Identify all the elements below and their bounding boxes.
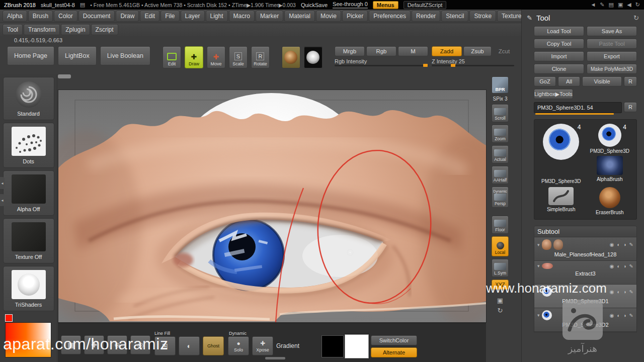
z-intensity-handle[interactable] bbox=[451, 64, 455, 67]
actual-button[interactable]: Actual bbox=[492, 145, 509, 163]
copy-ui-icon[interactable]: ▤ bbox=[609, 2, 614, 8]
subtool-row[interactable]: ▾ ◉ ◐ ◑ ✎ Male_PlanesofHead_128 bbox=[534, 237, 636, 261]
menu-document[interactable]: Document bbox=[78, 11, 115, 22]
chevron-down-icon[interactable]: ▾ bbox=[537, 242, 540, 247]
menu-zplugin[interactable]: Zplugin bbox=[61, 24, 90, 35]
subtool-header[interactable]: Subtool bbox=[534, 226, 637, 237]
quicksave-button[interactable]: QuickSave bbox=[301, 2, 328, 8]
zadd-button[interactable]: Zadd bbox=[432, 46, 462, 56]
copy-tool-button[interactable]: Copy Tool bbox=[534, 39, 584, 49]
menu-transform[interactable]: Transform bbox=[24, 24, 60, 35]
menu-picker[interactable]: Picker bbox=[342, 11, 368, 22]
menu-color[interactable]: Color bbox=[54, 11, 77, 22]
import-button[interactable]: Import bbox=[534, 51, 584, 61]
menu-layer[interactable]: Layer bbox=[181, 11, 205, 22]
visibility-eye-icon[interactable]: ◉ bbox=[610, 242, 614, 247]
material-preview-button[interactable] bbox=[304, 46, 323, 68]
recent-tool-thumb[interactable]: 4 PM3D_Sphere3D bbox=[590, 124, 629, 154]
polypaint-icon[interactable]: ◐ bbox=[617, 263, 620, 269]
edit-mode-button[interactable]: Edit bbox=[163, 46, 181, 68]
back-icon[interactable]: ◀ bbox=[627, 2, 631, 8]
lightbox-button[interactable]: LightBox bbox=[58, 46, 97, 65]
menu-zscript[interactable]: Zscript bbox=[91, 24, 118, 35]
reload-icon[interactable]: ↻ bbox=[635, 2, 640, 8]
menu-stroke[interactable]: Stroke bbox=[469, 11, 496, 22]
menu-alpha[interactable]: Alpha bbox=[3, 11, 27, 22]
rgb-button[interactable]: Rgb bbox=[366, 46, 396, 56]
z-intensity-slider[interactable]: Z Intensity 25 bbox=[432, 58, 514, 66]
lightbox-tools-button[interactable]: Lightbox▶Tools bbox=[534, 89, 573, 99]
menu-render[interactable]: Render bbox=[412, 11, 440, 22]
rotate-mode-button[interactable]: R Rotate bbox=[251, 46, 270, 68]
menus-toggle-button[interactable]: Menus bbox=[373, 1, 398, 9]
default-zscript-button[interactable]: DefaultZScript bbox=[404, 1, 447, 9]
menu-file[interactable]: File bbox=[160, 11, 179, 22]
active-tool-slider[interactable]: PM3D_Sphere3D1. 54 bbox=[534, 102, 622, 113]
visibility-eye-icon[interactable]: ◉ bbox=[610, 289, 614, 295]
gradient-black-swatch[interactable] bbox=[321, 335, 344, 357]
menu-preferences[interactable]: Preferences bbox=[369, 11, 411, 22]
see-through-slider[interactable]: See-through 0 bbox=[333, 1, 368, 9]
mrgb-button[interactable]: Mrgb bbox=[335, 46, 365, 56]
eraserbrush-thumb[interactable]: EraserBrush bbox=[587, 187, 633, 215]
refresh-icon[interactable]: ↻ bbox=[633, 14, 639, 22]
alphabrush-thumb[interactable]: AlphaBrush bbox=[597, 156, 623, 182]
polypaint-icon[interactable]: ◐ bbox=[617, 289, 620, 295]
current-material-button[interactable] bbox=[282, 46, 300, 68]
alternate-button[interactable]: Alternate bbox=[371, 347, 417, 357]
collapse-arrow-top[interactable]: ◂ bbox=[0, 177, 5, 189]
screen-icon[interactable]: ▣ bbox=[618, 2, 623, 8]
menu-brush[interactable]: Brush bbox=[28, 11, 53, 22]
edit-pen-icon[interactable]: ✎ bbox=[629, 289, 633, 295]
local-button[interactable]: Local bbox=[492, 236, 509, 256]
memory-icon[interactable]: ▤ bbox=[80, 2, 85, 8]
chevron-down-icon[interactable]: ▾ bbox=[537, 313, 540, 318]
texture-selector[interactable]: Texture Off bbox=[3, 218, 54, 263]
stroke-selector[interactable]: Dots bbox=[3, 123, 54, 168]
menu-macro[interactable]: Macro bbox=[229, 11, 255, 22]
mask-icon[interactable]: ◑ bbox=[623, 263, 626, 269]
rgb-intensity-handle[interactable] bbox=[423, 64, 428, 67]
goz-all-button[interactable]: All bbox=[558, 76, 580, 86]
pencil-icon[interactable]: ✎ bbox=[600, 2, 604, 8]
transparency-button[interactable]: ◐ bbox=[179, 336, 200, 355]
brush-selector[interactable]: Standard bbox=[3, 77, 54, 120]
spix-slider[interactable]: SPix 3 bbox=[493, 96, 508, 102]
edit-pen-icon[interactable]: ✎ bbox=[629, 313, 633, 318]
reset-view-icon[interactable]: ↻ bbox=[498, 307, 503, 314]
goz-visible-button[interactable]: Visible bbox=[582, 76, 622, 86]
mask-icon[interactable]: ◑ bbox=[623, 289, 626, 295]
home-page-button[interactable]: Home Page bbox=[7, 46, 54, 65]
speaker-icon[interactable]: ◄ bbox=[590, 2, 596, 8]
load-tool-button[interactable]: Load Tool bbox=[534, 26, 584, 36]
xpose-button[interactable]: ✚Xpose bbox=[252, 336, 273, 355]
solo-button[interactable]: ●Solo bbox=[228, 336, 249, 355]
pencil-icon[interactable]: ✎ bbox=[527, 14, 532, 22]
canvas-scroll-nub[interactable] bbox=[58, 74, 71, 78]
menu-movie[interactable]: Movie bbox=[316, 11, 341, 22]
zoom-button[interactable]: Zoom bbox=[492, 125, 509, 143]
bpr-button[interactable]: BPR bbox=[492, 76, 509, 94]
goz-r-button[interactable]: R bbox=[624, 76, 637, 86]
sculpt-viewport[interactable] bbox=[58, 89, 487, 323]
live-boolean-button[interactable]: Live Boolean bbox=[100, 46, 150, 65]
menu-draw[interactable]: Draw bbox=[116, 11, 139, 22]
mask-icon[interactable]: ◑ bbox=[623, 313, 626, 318]
menu-tool[interactable]: Tool bbox=[3, 24, 23, 35]
make-polymesh3d-button[interactable]: Make PolyMesh3D bbox=[587, 64, 637, 74]
menu-stencil[interactable]: Stencil bbox=[441, 11, 468, 22]
edit-pen-icon[interactable]: ✎ bbox=[629, 263, 633, 269]
menu-material[interactable]: Material bbox=[284, 11, 315, 22]
ghost-button[interactable]: Ghost bbox=[203, 336, 224, 355]
chevron-down-icon[interactable]: ▾ bbox=[537, 263, 540, 268]
move-mode-button[interactable]: ✚ Move bbox=[207, 46, 225, 68]
mask-icon[interactable]: ◑ bbox=[623, 242, 626, 247]
current-color-swatch[interactable] bbox=[5, 314, 13, 322]
current-tool-thumb[interactable]: 4 PM3D_Sphere3D bbox=[538, 124, 584, 184]
persp-button[interactable]: DynamicPersp bbox=[492, 187, 509, 208]
main-color-swatch[interactable] bbox=[345, 334, 369, 358]
visibility-eye-icon[interactable]: ◉ bbox=[610, 263, 614, 269]
alpha-selector[interactable]: Alpha Off bbox=[3, 170, 54, 216]
menu-marker[interactable]: Marker bbox=[256, 11, 283, 22]
simplebrush-thumb[interactable]: SimpleBrush bbox=[538, 187, 584, 215]
